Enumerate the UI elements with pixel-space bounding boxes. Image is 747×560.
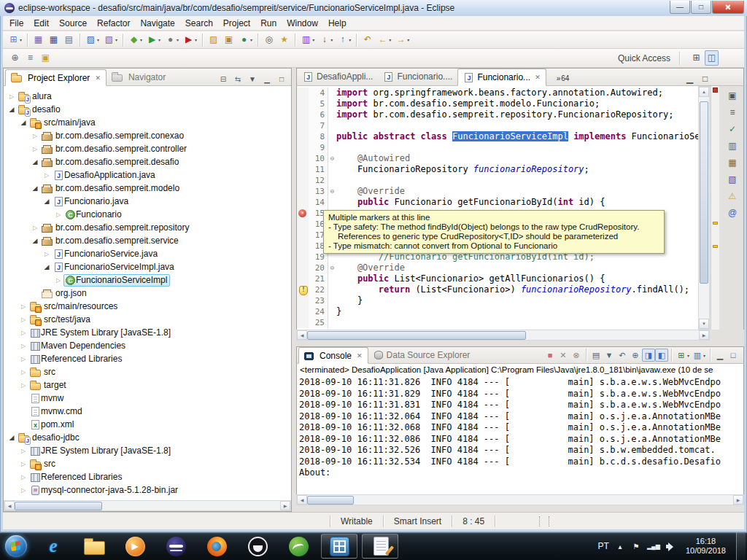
tree-item[interactable]: ◢desafio-jdbc	[5, 431, 291, 444]
tree-item[interactable]: ▷Referenced Libraries	[5, 352, 291, 365]
tree-arrow-icon[interactable]: ▷	[18, 316, 28, 323]
tree-arrow-icon[interactable]: ◢	[42, 198, 52, 205]
tree-item[interactable]: ▷Funcionario	[5, 208, 291, 221]
input-mode-status[interactable]: Smart Insert	[384, 516, 452, 526]
scroll-thumb[interactable]	[15, 502, 102, 510]
hidden-icons-chevron-icon[interactable]: ▴	[615, 542, 625, 551]
explorer-hscrollbar[interactable]: ◀ ▶	[4, 500, 291, 511]
tab-data-source-explorer[interactable]: Data Source Explorer	[368, 346, 476, 363]
coverage-icon[interactable]: ▥▾	[299, 32, 316, 47]
tree-item[interactable]: ▷Referenced Libraries	[5, 470, 291, 483]
tree-item-target[interactable]: src/main/resources	[28, 300, 120, 313]
editor-tab[interactable]: Funcionario....	[378, 68, 457, 85]
back-icon[interactable]: ←▾	[376, 32, 392, 47]
tree-arrow-icon[interactable]: ▷	[53, 277, 63, 284]
tree-arrow-icon[interactable]: ◢	[18, 119, 28, 126]
tree-item-target[interactable]: br.com.desafio.sempreit.modelo	[40, 182, 182, 195]
tree-item-target[interactable]: DesafioApplication.java	[52, 169, 158, 182]
menu-edit[interactable]: Edit	[28, 17, 54, 30]
tree-item[interactable]: pom.xml	[5, 418, 291, 431]
tree-arrow-icon[interactable]: ▷	[18, 382, 28, 389]
tree-arrow-icon[interactable]: ▷	[18, 369, 28, 376]
tree-arrow-icon[interactable]: ▷	[30, 225, 40, 231]
tree-item-target[interactable]: mysql-connector-java-5.1.28-bin.jar	[28, 484, 181, 497]
tree-arrow-icon[interactable]: ▷	[30, 133, 40, 139]
tree-item-target[interactable]: JRE System Library [JavaSE-1.8]	[28, 445, 174, 457]
editor-tab[interactable]: DesafioAppli...	[298, 68, 378, 85]
blue-grid-app-button[interactable]	[319, 532, 360, 560]
scroll-right-icon[interactable]: ▶	[280, 501, 290, 510]
scroll-thumb[interactable]	[700, 101, 708, 284]
tree-item-target[interactable]: Funcionario	[63, 209, 125, 221]
forward-icon[interactable]: →▾	[394, 32, 411, 47]
scroll-left-icon[interactable]: ◀	[4, 501, 15, 510]
tree-item[interactable]: ◢br.com.desafio.sempreit.desafio	[5, 155, 291, 168]
data-source-explorer-icon[interactable]: ▦	[726, 156, 740, 169]
remove-all-launches-icon[interactable]: ⊗	[570, 349, 583, 362]
scroll-right-icon[interactable]: ▶	[733, 495, 743, 505]
outline-icon[interactable]: ≡	[726, 106, 740, 119]
tree-item[interactable]: ▷Maven Dependencies	[5, 339, 291, 352]
new-java-project-icon[interactable]: ▨	[206, 32, 220, 47]
tree-item-target[interactable]: br.com.desafio.sempreit.controller	[40, 143, 190, 155]
terminate-icon[interactable]: ■	[543, 349, 557, 362]
language-indicator[interactable]: PT	[598, 541, 609, 551]
tree-item-target[interactable]: pom.xml	[28, 419, 77, 431]
close-icon[interactable]: ✕	[357, 352, 363, 359]
window-maximize-button[interactable]: □	[691, 1, 711, 14]
text-editor-app-button[interactable]	[360, 532, 400, 560]
debug-icon[interactable]: ◆▾	[127, 32, 144, 47]
maximize-editor-icon[interactable]: □	[698, 71, 712, 87]
eclipse-button[interactable]	[155, 532, 196, 560]
menu-file[interactable]: File	[4, 17, 28, 30]
scroll-thumb[interactable]	[307, 496, 354, 505]
console-output[interactable]: 2018-09-10 16:11:31.826 INFO 4184 --- [ …	[296, 376, 744, 494]
menu-window[interactable]: Window	[282, 17, 323, 30]
link-with-editor-icon[interactable]: ⇆	[231, 72, 244, 85]
new-servlet-icon[interactable]: ▧▾	[102, 32, 119, 47]
warning-overview-tick[interactable]	[713, 222, 718, 225]
scroll-up-icon[interactable]: ▲	[699, 87, 709, 97]
editor-hscrollbar[interactable]: ◀ ▶	[296, 330, 710, 341]
mark-occurrences-icon[interactable]: ▣	[39, 50, 53, 66]
tree-arrow-icon[interactable]: ◢	[30, 158, 40, 166]
prev-annotation-icon[interactable]: ↑▾	[336, 32, 352, 47]
word-wrap-icon[interactable]: ↶	[616, 349, 629, 362]
tree-item[interactable]: ▷alura	[5, 90, 291, 103]
tree-item-target[interactable]: Maven Dependencies	[28, 340, 128, 352]
tree-item-target[interactable]: src/main/java	[28, 117, 98, 129]
warn-marker-icon[interactable]	[297, 284, 309, 295]
javaee-perspective-icon[interactable]: ◫	[705, 50, 719, 66]
tree-item[interactable]: org.json	[5, 287, 291, 300]
close-icon[interactable]: ✕	[535, 74, 541, 81]
javadoc-icon[interactable]: @	[726, 206, 740, 219]
tree-item-target[interactable]: src	[28, 458, 58, 470]
tree-item-target[interactable]: Funcionario.java	[52, 195, 131, 208]
tree-item[interactable]: ▷FuncionarioService.java	[5, 247, 291, 260]
tab-console[interactable]: Console ✕	[298, 347, 368, 364]
tree-item-target[interactable]: br.com.desafio.sempreit.conexao	[40, 130, 187, 142]
titlebar[interactable]: eclipse-workspace - desafio/src/main/jav…	[0, 0, 747, 16]
print-icon[interactable]: ▤	[62, 32, 76, 47]
open-perspective-icon[interactable]: ⊞	[689, 50, 703, 66]
close-icon[interactable]: ✕	[95, 74, 101, 82]
servers-icon[interactable]: ▥	[726, 139, 740, 152]
tree-arrow-icon[interactable]: ▷	[30, 146, 40, 152]
task-list-icon[interactable]: ✓	[726, 122, 740, 136]
menu-help[interactable]: Help	[323, 17, 352, 30]
tree-item-target[interactable]: Referenced Libraries	[28, 471, 125, 483]
search-icon[interactable]: ★	[277, 32, 291, 47]
quick-access-input[interactable]: Quick Access	[618, 53, 670, 63]
tree-item-target[interactable]: Referenced Libraries	[28, 353, 125, 365]
view-menu-icon[interactable]: ▼	[246, 72, 259, 85]
window-minimize-button[interactable]: —	[670, 1, 690, 14]
tree-item[interactable]: ◢FuncionarioServiceImpl.java	[5, 260, 291, 273]
spring-tools-button[interactable]	[278, 532, 319, 560]
window-close-button[interactable]: ✕	[712, 1, 744, 14]
menu-source[interactable]: Source	[54, 17, 92, 30]
tree-arrow-icon[interactable]: ▷	[18, 303, 28, 310]
internet-explorer-button[interactable]	[33, 532, 74, 560]
show-desktop-button[interactable]	[736, 532, 746, 560]
scroll-right-icon[interactable]: ▶	[699, 330, 709, 340]
tree-arrow-icon[interactable]: ◢	[30, 184, 40, 192]
